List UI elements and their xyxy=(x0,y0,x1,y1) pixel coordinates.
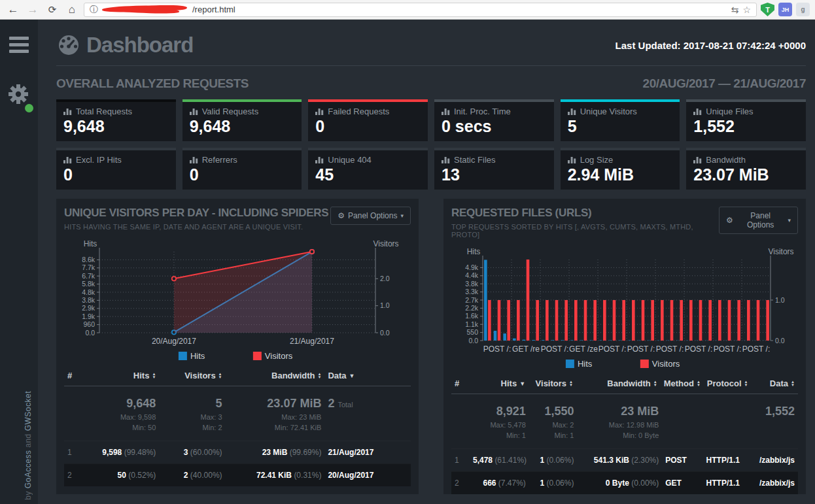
metric-card: Unique Files1,552 xyxy=(686,99,806,141)
card-label: Log Size xyxy=(580,155,614,165)
svg-text:Visitors: Visitors xyxy=(652,359,680,369)
summary-row: 9,648Max: 9,598Min: 505Max: 3Min: 223.07… xyxy=(64,386,411,441)
svg-text:Hits: Hits xyxy=(467,248,481,256)
gear-icon xyxy=(6,82,31,107)
panel-requested-files: REQUESTED FILES (URLS) TOP REQUESTS SORT… xyxy=(443,199,806,494)
column-header[interactable]: Hits▲▼ xyxy=(86,365,159,386)
panel-options-button[interactable]: ⚙ Panel Options ▾ xyxy=(719,207,798,234)
card-accent-bar xyxy=(686,148,806,150)
svg-text:4.9k: 4.9k xyxy=(465,263,479,271)
table-cell: GET xyxy=(662,472,702,494)
column-header[interactable]: Data▼ xyxy=(324,365,411,386)
metric-card: Unique 40445 xyxy=(308,148,428,190)
card-label: Unique Visitors xyxy=(580,107,637,116)
card-accent-bar xyxy=(308,99,428,102)
table-cell: /zabbix/js xyxy=(754,449,798,471)
column-header[interactable]: Protocol▲▼ xyxy=(704,373,754,394)
metric-card: Init. Proc. Time0 secs xyxy=(434,99,554,141)
address-bar[interactable]: ⓘ /report.html ⇆ ☆ xyxy=(84,3,757,17)
svg-text:Visitors: Visitors xyxy=(768,248,793,256)
summary-row: 8,921Max: 5,478Min: 11,550Max: 2Min: 123… xyxy=(451,394,798,448)
column-header[interactable]: Visitors▲▼ xyxy=(159,365,225,386)
table-cell: 541.3 KiB (2.30%) xyxy=(577,449,662,471)
metric-cards: Total Requests9,648Valid Requests9,648Fa… xyxy=(56,99,806,190)
table-cell: 50 (0.52%) xyxy=(86,464,159,486)
table-cell: 1 (0.06%) xyxy=(529,449,578,471)
bar-chart-icon xyxy=(442,108,450,115)
refresh-icon[interactable]: ⟳ xyxy=(44,2,60,18)
svg-text:1.6k: 1.6k xyxy=(465,312,479,320)
column-header[interactable]: # xyxy=(451,373,470,394)
svg-text:2.9k: 2.9k xyxy=(82,304,95,312)
extension-shield-icon[interactable]: T xyxy=(761,3,774,16)
summary-cell xyxy=(703,394,754,414)
summary-cell: 1,550Max: 2Min: 1 xyxy=(529,394,578,448)
menu-hamburger-icon[interactable] xyxy=(9,37,38,53)
table-cell: 666 (7.47%) xyxy=(470,472,529,494)
redacted-host xyxy=(102,5,188,14)
column-header[interactable]: Data▲▼ xyxy=(754,373,798,394)
summary-cell xyxy=(662,394,702,414)
forward-icon[interactable]: → xyxy=(25,2,41,18)
extension-jh-icon[interactable]: JH xyxy=(778,3,792,16)
settings-gear-icon[interactable] xyxy=(6,82,32,109)
summary-cell: 23.07 MiBMax: 23 MiBMin: 72.41 KiB xyxy=(226,386,325,441)
panel-title: UNIQUE VISITORS PER DAY - INCLUDING SPID… xyxy=(64,207,328,220)
sort-icon: ▲▼ xyxy=(317,373,321,379)
metric-card: Valid Requests9,648 xyxy=(182,99,302,141)
panel-subtitle: TOP REQUESTS SORTED BY HITS [, AVGTS, CU… xyxy=(451,223,719,239)
svg-text:21/Aug/2017: 21/Aug/2017 xyxy=(290,337,334,346)
goaccess-link[interactable]: GoAccess xyxy=(24,450,33,489)
svg-text:Hits: Hits xyxy=(578,359,593,369)
svg-text:Hits: Hits xyxy=(190,351,205,361)
table-cell: 21/Aug/2017 xyxy=(324,441,411,463)
table-row[interactable]: 2666 (7.47%)1 (0.06%)0 Byte (0.00%)GETHT… xyxy=(451,471,798,494)
svg-text:GET /re: GET /re xyxy=(512,344,540,354)
svg-text:0.0: 0.0 xyxy=(468,337,478,344)
back-icon[interactable]: ← xyxy=(5,2,21,18)
card-label: Referrers xyxy=(202,155,237,165)
table-row[interactable]: 15,478 (61.41%)1 (0.06%)541.3 KiB (2.30%… xyxy=(451,448,798,471)
metric-card: Static Files13 xyxy=(434,148,554,190)
translate-icon[interactable]: ⇆ xyxy=(731,5,739,15)
svg-text:POST /:: POST /: xyxy=(656,344,684,354)
svg-text:2.2k: 2.2k xyxy=(465,304,479,312)
card-value: 9,648 xyxy=(190,117,295,136)
sort-desc-icon: ▼ xyxy=(519,380,525,387)
panel-options-button[interactable]: ⚙ Panel Options ▾ xyxy=(330,207,411,225)
card-label: Bandwidth xyxy=(706,155,746,165)
bookmark-star-icon[interactable]: ☆ xyxy=(742,5,751,15)
svg-text:5.8k: 5.8k xyxy=(82,280,95,288)
card-value: 23.07 MiB xyxy=(693,165,799,184)
table-cell: 20/Aug/2017 xyxy=(324,464,411,486)
svg-text:1.1k: 1.1k xyxy=(465,320,479,328)
table-row[interactable]: 19,598 (99.48%)3 (60.00%)23 MiB (99.69%)… xyxy=(64,441,411,463)
column-header[interactable]: Bandwidth▲▼ xyxy=(576,373,661,394)
metric-card: Referrers0 xyxy=(182,148,302,190)
svg-text:0.0: 0.0 xyxy=(380,329,390,337)
summary-cell: 5Max: 3Min: 2 xyxy=(159,386,225,441)
column-header[interactable]: Method▲▼ xyxy=(661,373,704,394)
bar-chart-icon xyxy=(190,156,198,163)
gwsocket-link[interactable]: GWSocket xyxy=(24,391,33,431)
svg-text:POST /:: POST /: xyxy=(714,344,741,354)
column-header[interactable]: # xyxy=(64,365,86,386)
svg-text:0.0: 0.0 xyxy=(775,337,785,344)
svg-text:POST /:: POST /: xyxy=(627,344,655,354)
row-number: 1 xyxy=(451,449,470,471)
svg-text:POST /:: POST /: xyxy=(598,344,626,354)
column-header[interactable]: Bandwidth▲▼ xyxy=(226,365,325,386)
card-value: 0 xyxy=(315,117,421,136)
svg-text:2.0: 2.0 xyxy=(380,275,390,282)
column-header[interactable]: Hits▼ xyxy=(470,373,529,394)
metric-card: Total Requests9,648 xyxy=(56,99,176,141)
extension-translate-icon[interactable]: g xyxy=(796,3,810,16)
card-value: 45 xyxy=(315,165,421,184)
table-row[interactable]: 250 (0.52%)2 (40.00%)72.41 KiB (0.31%)20… xyxy=(64,463,411,486)
summary-cell: 23 MiBMax: 12.98 MiBMin: 0 Byte xyxy=(577,394,662,448)
home-icon[interactable]: ⌂ xyxy=(64,2,80,18)
column-header[interactable]: Visitors▲▼ xyxy=(529,373,576,394)
page-info-icon[interactable]: ⓘ xyxy=(90,4,98,16)
panel-title: REQUESTED FILES (URLS) xyxy=(451,207,719,220)
sort-icon: ▲▼ xyxy=(744,380,748,387)
